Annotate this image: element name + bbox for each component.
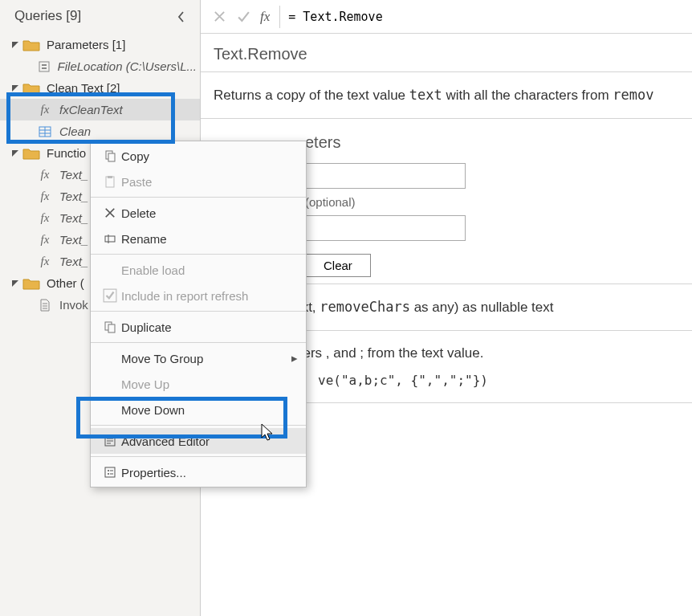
ctx-label: Advanced Editor [121,434,298,448]
ctx-move-up: Move Up [91,371,306,397]
sig-text: as any) as nullable text [410,300,554,315]
tree-item-label: Text_ [59,211,88,225]
desc-text: Returns a copy of the text value [214,88,409,103]
fx-icon: fx [37,212,53,225]
ctx-label: Duplicate [121,320,298,334]
ctx-label: Move To Group [121,352,288,365]
delete-icon [99,205,121,221]
submenu-arrow-icon: ▸ [288,351,298,365]
group-label: Functio [47,146,86,160]
separator [91,456,306,457]
param-icon [37,60,51,73]
folder-icon [22,82,40,95]
ctx-advanced-editor[interactable]: Advanced Editor [91,428,306,454]
ctx-duplicate[interactable]: Duplicate [91,314,306,340]
tree-item-label: Text_ [59,233,88,247]
context-menu: Copy Paste Delete Rename Enable load Inc… [90,141,307,487]
separator [91,254,306,255]
ctx-label: Delete [121,206,298,220]
svg-rect-18 [108,324,115,332]
rename-icon [99,230,121,247]
ctx-label: Enable load [121,263,298,277]
tree-item-label: Text_ [59,190,88,203]
tree-group-cleantext[interactable]: Clean Text [2] [0,77,200,99]
blank-icon [99,350,121,366]
folder-icon [22,147,40,160]
svg-rect-14 [105,236,115,242]
duplicate-icon [99,319,121,335]
separator [91,311,306,312]
group-label: Parameters [1] [47,38,125,51]
ctx-include-refresh: Include in report refresh [91,283,306,308]
ctx-label: Copy [121,149,298,163]
queries-header[interactable]: Queries [9] [0,0,200,32]
cancel-formula-button[interactable] [207,5,231,29]
ctx-label: Properties... [121,466,298,479]
param-input-text[interactable] [305,163,466,189]
queries-title: Queries [9] [14,8,81,24]
folder-icon [22,39,40,51]
desc-text: with all the characters from [442,88,613,103]
function-title: Text.Remove [201,34,692,72]
formula-input[interactable] [280,5,692,29]
tree-item-fxcleantext[interactable]: fx fxCleanText [0,99,200,120]
collapse-chevron-icon[interactable] [177,10,189,22]
svg-rect-2 [42,67,47,69]
fx-icon: fx [37,169,53,182]
desc-code: remov [613,87,653,103]
tree-item-label: fxCleanText [59,103,123,116]
group-label: Clean Text [2] [47,81,120,95]
group-label: Other ( [47,276,84,290]
desc-code: text [409,87,442,103]
ctx-label: Move Down [121,403,298,417]
ctx-delete[interactable]: Delete [91,200,306,226]
ctx-label: Rename [121,232,298,246]
svg-rect-23 [105,467,115,477]
tree-item-label: FileLocation (C:\Users\L... [58,59,197,73]
blank-icon [99,262,121,278]
ctx-move-down[interactable]: Move Down [91,397,306,422]
ctx-label: Move Up [121,377,298,391]
caret-down-icon [11,41,19,49]
sig-code: removeChars [320,299,410,315]
folder-icon [22,277,40,290]
fx-icon: fx [37,104,53,116]
editor-icon [99,433,121,449]
doc-icon [37,299,53,312]
tree-item-clean[interactable]: Clean [0,120,200,142]
svg-rect-11 [108,153,115,161]
separator [91,342,306,343]
separator [91,425,306,426]
svg-point-24 [108,470,109,471]
fx-icon[interactable]: fx [255,6,280,28]
fx-icon: fx [37,255,53,268]
tree-item-label: Text_ [59,255,88,268]
svg-rect-13 [108,176,112,178]
caret-down-icon [11,84,19,92]
param-input-removechars[interactable] [305,215,466,241]
svg-rect-1 [42,64,47,66]
ctx-rename[interactable]: Rename [91,226,306,251]
confirm-formula-button[interactable] [231,5,255,29]
clear-button[interactable]: Clear [305,254,371,277]
check-icon [99,288,121,304]
properties-icon [99,464,121,480]
tree-group-parameters[interactable]: Parameters [1] [0,34,200,55]
ctx-move-to-group[interactable]: Move To Group ▸ [91,345,306,371]
tree-item-label: Clean [59,124,91,138]
ctx-paste: Paste [91,169,306,194]
tree-item-label: Invok [59,298,88,312]
separator [91,197,306,198]
ctx-copy[interactable]: Copy [91,143,306,169]
fx-icon: fx [37,190,53,203]
function-description: Returns a copy of the text value text wi… [201,72,692,119]
copy-icon [99,148,121,164]
ctx-label: Include in report refresh [121,289,298,303]
table-icon [37,125,53,138]
tree-item-label: Text_ [59,168,88,182]
ctx-enable-load: Enable load [91,257,306,283]
formula-bar: fx [201,0,692,34]
tree-item-filelocation[interactable]: FileLocation (C:\Users\L... [0,55,200,77]
svg-rect-0 [39,62,49,71]
ctx-properties[interactable]: Properties... [91,459,306,485]
